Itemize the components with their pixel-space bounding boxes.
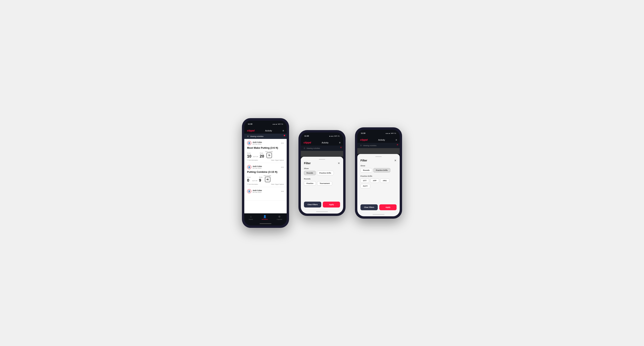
arg-chip-3[interactable]: ARG (380, 178, 389, 183)
rounds-chip-3[interactable]: Rounds (360, 168, 372, 173)
filter-title-2: Filter (304, 162, 310, 165)
card-footer-2: ℹ Test Information Data: Clippd Capture (247, 183, 284, 185)
notification-dot-2 (340, 147, 342, 148)
tournament-chip-2[interactable]: Tournament (317, 181, 332, 185)
putt-chip-3[interactable]: PUTT (360, 184, 370, 188)
battery-icon-3: 51 (394, 133, 396, 134)
info-icon-2: ℹ (247, 183, 248, 185)
menu-icon-3[interactable]: ≡ (396, 139, 397, 141)
shot-quality-badge-2: 45 (265, 177, 270, 182)
dimmed-bg-2 (301, 151, 343, 157)
signal-icon-3: ▲▲▲ (386, 133, 390, 134)
nav-activities[interactable]: 👤 Activities (262, 215, 268, 220)
user-info-3: 👤 Josh Coles 28 Feb 2023 (247, 189, 262, 193)
home-indicator-2 (301, 211, 343, 213)
card-stats-2: Score 0 OUT OF Shots 9 Shot Quality 45 (247, 175, 284, 182)
practice-drills-chips-3: OTT APP ARG PUTT (360, 178, 396, 188)
clear-filters-button-2[interactable]: Clear Filters (304, 202, 321, 207)
capture-icon: ⊕ (278, 215, 280, 218)
activity-card-2[interactable]: 👤 Josh Coles 28 Feb 2023 ••• Putting Com… (244, 163, 287, 187)
score-value-1: 10 (247, 154, 251, 158)
more-dots-1[interactable]: ••• (281, 142, 284, 144)
logo-2: clippd (304, 141, 311, 144)
user-date-2: 28 Feb 2023 (252, 167, 262, 169)
filter-sheet-2: Filter ✕ Show Rounds Practice Drills Rou… (301, 157, 343, 211)
status-bar-2: 11:33 ▲▲▲ WiFi 51 (301, 133, 343, 140)
card-stats-1: Score 10 OUT OF Shots 20 Shot Quality 75 (247, 151, 284, 158)
wifi-icon-3: WiFi (391, 133, 394, 134)
out-of-1: OUT OF (252, 156, 258, 157)
nav-home[interactable]: ⌂ Home (248, 215, 253, 220)
apply-button-3[interactable]: Apply (379, 204, 396, 210)
filter-overlay-2: Filter ✕ Show Rounds Practice Drills Rou… (301, 157, 343, 211)
menu-icon-1[interactable]: ≡ (282, 129, 284, 132)
app-title-1: Activity (265, 130, 272, 132)
status-time-1: 11:33 (248, 123, 252, 125)
filter-icon-3: ⚙ (360, 144, 362, 147)
rounds-section-label-2: Rounds (304, 178, 340, 180)
viewing-text-3: Viewing Activities (363, 145, 376, 147)
info-icon-1: ℹ (247, 159, 248, 161)
user-name-3: Josh Coles (252, 189, 262, 191)
show-label-2: Show (304, 168, 340, 170)
more-dots-2[interactable]: ••• (281, 166, 284, 168)
clear-filters-button-3[interactable]: Clear Filters (360, 204, 378, 210)
notch-3 (372, 131, 386, 135)
filter-handle-2 (319, 159, 325, 160)
activities-icon: 👤 (263, 215, 266, 218)
score-label-2: Score (247, 176, 250, 178)
phone-1: 11:33 ▲▲▲ WiFi 51 clippd Activity ≡ ⚙ Vi… (242, 118, 289, 228)
footer-left-text-1: Test Information (248, 160, 258, 161)
status-time-3: 11:33 (361, 132, 365, 134)
wifi-icon-2: WiFi (334, 135, 337, 137)
user-date-1: 28 Feb 2023 (252, 143, 262, 145)
filter-icon-1: ⚙ (247, 135, 249, 137)
menu-icon-2[interactable]: ≡ (339, 141, 340, 144)
user-info-1: 👤 Josh Coles 28 Feb 2023 (247, 141, 262, 145)
battery-icon: 51 (282, 123, 283, 125)
practice-drills-chip-3[interactable]: Practice Drills (374, 168, 390, 173)
filter-actions-2: Clear Filters Apply (304, 202, 340, 207)
logo-1: clippd (247, 129, 254, 132)
status-bar-1: 11:33 ▲▲▲ WiFi 51 (244, 121, 287, 128)
close-button-3[interactable]: ✕ (394, 159, 396, 162)
practice-chip-2[interactable]: Practice (304, 181, 316, 185)
shots-value-1: 20 (260, 154, 264, 158)
app-chip-3[interactable]: APP (370, 178, 379, 183)
app-bar-1: clippd Activity ≡ (244, 128, 287, 134)
scene: 11:33 ▲▲▲ WiFi 51 clippd Activity ≡ ⚙ Vi… (234, 106, 410, 240)
wifi-icon: WiFi (278, 123, 281, 125)
card-footer-1: ℹ Test Information Data: Clippd Capture (247, 159, 284, 161)
ott-chip-3[interactable]: OTT (360, 178, 369, 183)
show-chips-2: Rounds Practice Drills (304, 171, 340, 175)
viewing-text-1: Viewing Activities (250, 135, 264, 137)
activity-card-3-partial: 👤 Josh Coles 28 Feb 2023 ••• (244, 187, 287, 201)
status-icons-1: ▲▲▲ WiFi 51 (272, 123, 283, 125)
nav-capture[interactable]: ⊕ Capture (277, 215, 282, 220)
rounds-chip-2[interactable]: Rounds (304, 171, 316, 175)
nav-home-label: Home (248, 218, 253, 220)
notch-2 (315, 134, 329, 138)
practice-drills-chip-2[interactable]: Practice Drills (317, 171, 334, 175)
activity-card-1[interactable]: 👤 Josh Coles 28 Feb 2023 ••• Must Make P… (244, 139, 287, 163)
apply-button-2[interactable]: Apply (323, 202, 340, 207)
more-dots-3[interactable]: ••• (281, 190, 284, 192)
user-info-2: 👤 Josh Coles 28 Feb 2023 (247, 165, 262, 169)
dimmed-bg-3 (357, 148, 400, 154)
shots-value-2: 9 (259, 178, 262, 182)
nav-capture-label: Capture (277, 218, 282, 220)
home-icon: ⌂ (250, 215, 252, 218)
notification-dot-3 (397, 144, 398, 145)
card-title-1: Must Make Putting (3-6 ft) (247, 146, 284, 149)
avatar-1: 👤 (247, 141, 251, 145)
logo-3: clippd (360, 138, 368, 141)
viewing-bar-1[interactable]: ⚙ Viewing Activities (244, 134, 287, 139)
notch-1 (258, 122, 272, 126)
status-bar-3: 11:33 ▲▲▲ WiFi 51 (357, 130, 400, 137)
spacer-2 (304, 188, 340, 200)
shot-quality-label-2: Shot Quality (264, 175, 271, 176)
app-title-3: Activity (378, 139, 385, 141)
close-button-2[interactable]: ✕ (338, 162, 340, 165)
status-time-2: 11:33 (304, 135, 309, 137)
spacer-3 (360, 191, 396, 203)
